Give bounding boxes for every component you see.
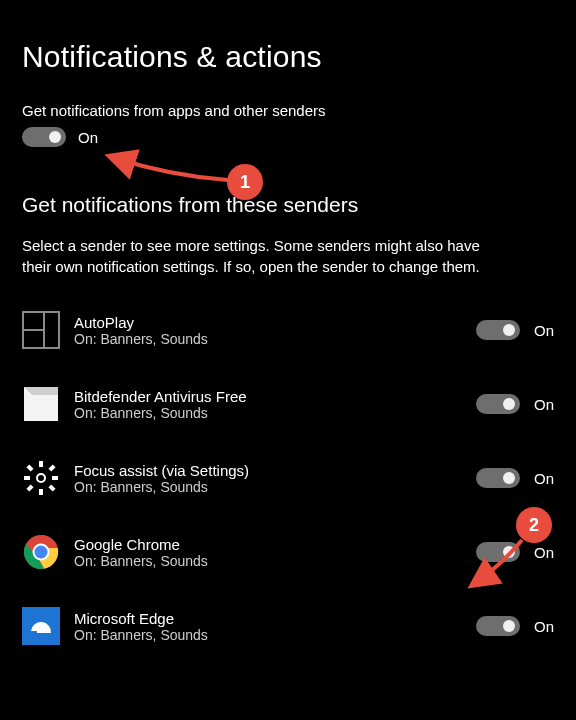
section-subheading: Get notifications from these senders [22,193,554,217]
autoplay-icon [22,311,60,349]
sender-toggle-state: On [534,396,554,413]
settings-gear-icon [22,459,60,497]
sender-row-autoplay[interactable]: AutoPlay On: Banners, Sounds On [22,311,554,349]
svg-point-15 [38,475,44,481]
section-description: Select a sender to see more settings. So… [22,235,482,277]
sender-detail: On: Banners, Sounds [74,553,476,569]
master-toggle-state: On [78,129,98,146]
sender-row-chrome[interactable]: Google Chrome On: Banners, Sounds On [22,533,554,571]
sender-detail: On: Banners, Sounds [74,627,476,643]
sender-name: AutoPlay [74,314,476,331]
edge-icon [22,607,60,645]
sender-name: Focus assist (via Settings) [74,462,476,479]
svg-rect-8 [39,489,43,495]
svg-point-18 [35,546,48,559]
master-toggle-row: On [22,127,554,147]
sender-detail: On: Banners, Sounds [74,405,476,421]
sender-toggle-bitdefender[interactable] [476,394,520,414]
sender-row-edge[interactable]: Microsoft Edge On: Banners, Sounds On [22,607,554,645]
sender-detail: On: Banners, Sounds [74,479,476,495]
svg-rect-10 [52,476,58,480]
toggle-thumb [503,472,515,484]
toggle-thumb [49,131,61,143]
page-title: Notifications & actions [22,40,554,74]
sender-row-focus-assist[interactable]: Focus assist (via Settings) On: Banners,… [22,459,554,497]
sender-detail: On: Banners, Sounds [74,331,476,347]
sender-name: Google Chrome [74,536,476,553]
sender-toggle-autoplay[interactable] [476,320,520,340]
master-toggle[interactable] [22,127,66,147]
chrome-icon [22,533,60,571]
sender-toggle-chrome[interactable] [476,542,520,562]
toggle-thumb [503,398,515,410]
sender-name: Bitdefender Antivirus Free [74,388,476,405]
sender-toggle-state: On [534,618,554,635]
sender-row-bitdefender[interactable]: Bitdefender Antivirus Free On: Banners, … [22,385,554,423]
svg-rect-9 [24,476,30,480]
sender-toggle-edge[interactable] [476,616,520,636]
sender-name: Microsoft Edge [74,610,476,627]
sender-toggle-state: On [534,322,554,339]
sender-toggle-focus-assist[interactable] [476,468,520,488]
toggle-thumb [503,324,515,336]
master-toggle-label: Get notifications from apps and other se… [22,102,554,119]
svg-rect-7 [39,461,43,467]
toggle-thumb [503,546,515,558]
toggle-thumb [503,620,515,632]
bitdefender-icon [22,385,60,423]
sender-toggle-state: On [534,544,554,561]
sender-toggle-state: On [534,470,554,487]
